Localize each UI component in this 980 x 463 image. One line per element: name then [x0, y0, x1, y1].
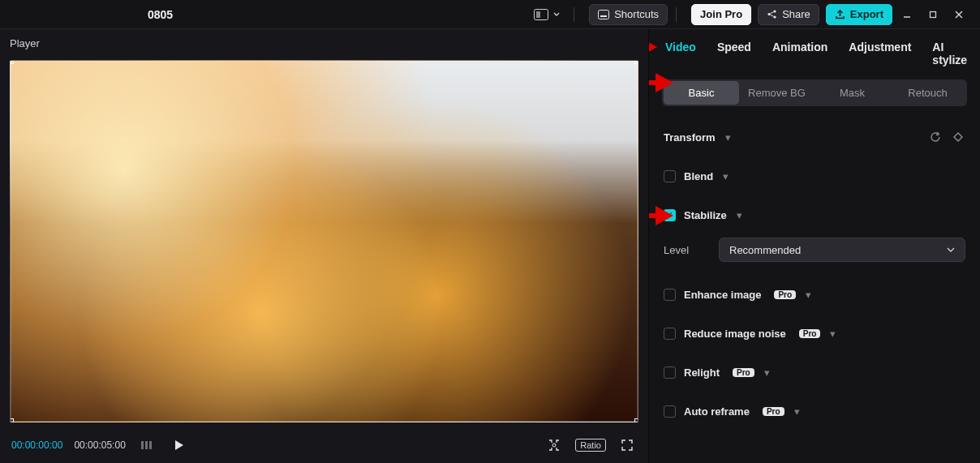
- section-stabilize[interactable]: ✓ Stabilize ▾: [664, 195, 965, 234]
- layout-icon: [534, 9, 548, 20]
- section-blend[interactable]: Blend ▾: [664, 156, 965, 195]
- svg-point-4: [768, 13, 771, 15]
- svg-rect-10: [149, 441, 152, 449]
- section-relight[interactable]: Relight Pro ▾: [664, 353, 965, 392]
- svg-rect-7: [931, 11, 936, 17]
- stabilize-level-label: Level: [664, 244, 704, 256]
- section-auto-reframe[interactable]: Auto reframe Pro ▾: [664, 392, 965, 431]
- export-label: Export: [850, 8, 883, 20]
- play-button[interactable]: [168, 435, 189, 456]
- crop-handle-top-right[interactable]: [634, 60, 638, 64]
- player-viewport[interactable]: [10, 60, 638, 422]
- subtab-retouch[interactable]: Retouch: [890, 81, 965, 105]
- window-minimize-button[interactable]: [896, 4, 918, 25]
- window-close-button[interactable]: [948, 4, 970, 25]
- fullscreen-icon: [621, 439, 634, 452]
- section-transform[interactable]: Transform ▾: [664, 118, 965, 156]
- tab-animation[interactable]: Animation: [772, 41, 827, 66]
- inspector-subtabs: Basic Remove BG Mask Retouch: [662, 79, 967, 106]
- topbar-divider: [574, 7, 574, 22]
- svg-rect-3: [600, 15, 607, 17]
- crop-handle-bottom-left[interactable]: [10, 418, 14, 422]
- chevron-down-icon: [947, 246, 955, 254]
- section-reduce-noise[interactable]: Reduce image noise Pro ▾: [664, 314, 965, 353]
- time-current: 00:00:00:00: [11, 439, 62, 451]
- svg-point-5: [774, 10, 776, 12]
- project-title: 0805: [148, 8, 173, 21]
- top-bar: 0805 Shortcuts Join Pro Share Export: [0, 0, 980, 29]
- fullscreen-button[interactable]: [617, 435, 637, 455]
- noise-label: Reduce image noise: [684, 328, 786, 340]
- section-enhance-image[interactable]: Enhance image Pro ▾: [664, 275, 965, 314]
- diamond-icon: [953, 132, 963, 142]
- topbar-divider-2: [676, 7, 677, 22]
- crop-icon: [547, 438, 561, 452]
- relight-checkbox[interactable]: [664, 367, 676, 379]
- export-icon: [835, 9, 845, 19]
- pro-badge: Pro: [763, 407, 784, 416]
- enhance-checkbox[interactable]: [664, 289, 676, 301]
- inspector-tabs: Video Speed Animation Adjustment AI styl…: [649, 29, 980, 76]
- share-icon: [767, 9, 777, 19]
- subtab-basic[interactable]: Basic: [664, 81, 739, 105]
- ratio-button[interactable]: Ratio: [575, 439, 606, 452]
- chevron-down-icon: ▾: [830, 328, 836, 340]
- stabilize-checkbox[interactable]: ✓: [664, 209, 676, 221]
- minimize-icon: [902, 10, 912, 19]
- tab-adjustment[interactable]: Adjustment: [849, 41, 911, 66]
- keyboard-icon: [598, 10, 609, 19]
- join-pro-button[interactable]: Join Pro: [691, 4, 751, 25]
- tab-video[interactable]: Video: [665, 41, 696, 66]
- player-header-label: Player: [10, 37, 40, 49]
- tab-speed[interactable]: Speed: [717, 41, 751, 66]
- subtab-mask[interactable]: Mask: [815, 81, 890, 105]
- window-maximize-button[interactable]: [922, 4, 944, 25]
- reset-button[interactable]: [928, 130, 943, 144]
- markers-icon: [140, 440, 153, 450]
- svg-rect-2: [599, 10, 609, 19]
- timeline-markers-button[interactable]: [137, 435, 157, 455]
- pro-badge: Pro: [733, 368, 754, 377]
- enhance-label: Enhance image: [684, 289, 761, 301]
- svg-rect-8: [141, 441, 144, 449]
- crop-handle-bottom-right[interactable]: [634, 418, 638, 422]
- pro-badge: Pro: [799, 329, 821, 338]
- keyframe-button[interactable]: [951, 130, 965, 144]
- chevron-down-icon: ▾: [725, 131, 731, 144]
- join-pro-label: Join Pro: [700, 8, 742, 20]
- stabilize-level-row: Level Recommended: [664, 234, 965, 275]
- player-controls: 00:00:00:00 00:00:05:00 Ratio: [0, 427, 648, 463]
- reset-icon: [930, 131, 941, 143]
- shortcuts-label: Shortcuts: [614, 8, 659, 20]
- maximize-icon: [928, 10, 938, 19]
- relight-label: Relight: [684, 367, 720, 379]
- share-button[interactable]: Share: [758, 4, 819, 25]
- stabilize-level-value: Recommended: [729, 244, 801, 256]
- chevron-down-icon: ▾: [764, 367, 770, 379]
- layout-toggle-button[interactable]: [528, 4, 565, 25]
- reframe-label: Auto reframe: [684, 405, 750, 418]
- subtab-remove-bg[interactable]: Remove BG: [739, 81, 815, 105]
- svg-point-6: [774, 15, 776, 18]
- chevron-down-icon: ▾: [723, 170, 729, 182]
- tab-ai-stylize[interactable]: AI stylize: [932, 41, 967, 66]
- crop-handle-top-left[interactable]: [10, 60, 14, 64]
- svg-rect-9: [145, 441, 148, 449]
- reframe-checkbox[interactable]: [664, 405, 676, 418]
- svg-rect-1: [536, 11, 540, 18]
- export-button[interactable]: Export: [826, 4, 892, 25]
- play-icon: [172, 439, 185, 452]
- inspector-panel: Video Speed Animation Adjustment AI styl…: [649, 29, 980, 463]
- stabilize-level-select[interactable]: Recommended: [719, 238, 965, 262]
- stabilize-label: Stabilize: [684, 209, 727, 221]
- share-label: Share: [782, 8, 810, 20]
- close-icon: [954, 10, 964, 19]
- crop-button[interactable]: [544, 435, 564, 455]
- chevron-down-icon: ▾: [737, 209, 742, 221]
- noise-checkbox[interactable]: [664, 328, 676, 340]
- shortcuts-button[interactable]: Shortcuts: [589, 4, 668, 25]
- player-header: Player: [0, 29, 648, 57]
- chevron-down-icon: ▾: [806, 289, 811, 301]
- player-panel: Player 00:00:00:00 00:00:05:00 Ratio: [0, 29, 649, 463]
- blend-checkbox[interactable]: [664, 170, 676, 182]
